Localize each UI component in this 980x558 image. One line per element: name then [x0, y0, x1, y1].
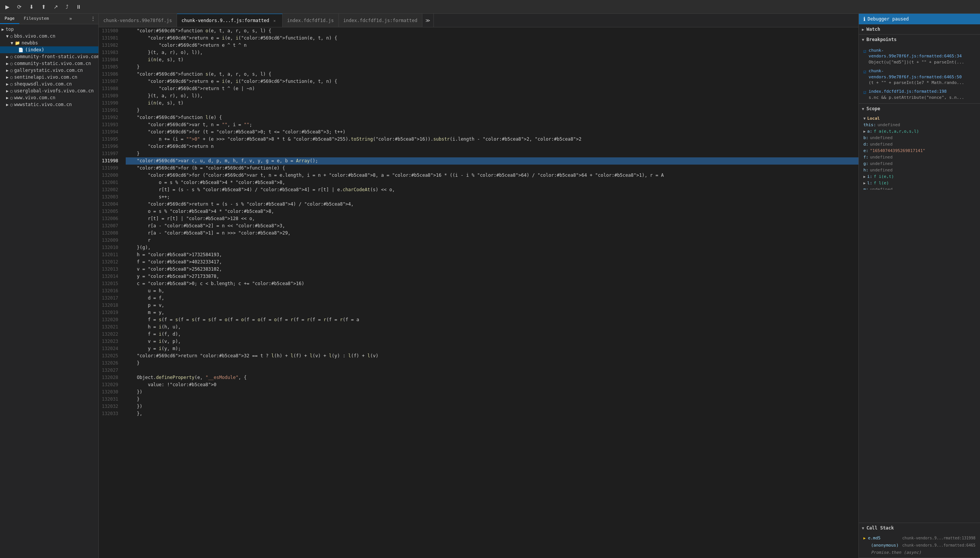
step-over-button[interactable]: ⟳: [15, 2, 24, 11]
bp-filename-3: index.fdcfdf1d.js:formatted:198: [869, 89, 964, 94]
callstack-label: Call Stack: [866, 525, 894, 531]
scope-l-chevron: ▶: [863, 181, 865, 185]
scope-g: g: undefined: [862, 161, 977, 167]
breakpoint-item-1[interactable]: ☑ chunk-vendors.99e78f6f.js:formatted:64…: [862, 46, 977, 67]
breakpoint-item-3[interactable]: ☑ index.fdcfdf1d.js:formatted:198 s.nc &…: [862, 87, 977, 102]
debugger-status: ℹ Debugger paused: [859, 14, 980, 24]
callstack-content: ▶ e.md5 chunk-vendors.9...rmatted:131998…: [859, 533, 980, 558]
callstack-header[interactable]: ▼ Call Stack: [859, 523, 980, 533]
bp-detail-1: Object(u["md5"])(t + "" + parseInt(...: [869, 59, 975, 65]
domain-icon-sa: ◯: [10, 75, 13, 80]
active-frame-arrow: ▶: [863, 536, 865, 540]
scope-m: m: undefined: [862, 186, 977, 190]
code-lines: "color:#569cd6">function o(e, t, a, r, o…: [123, 27, 859, 417]
domain-icon-ug: ◯: [10, 89, 13, 94]
breakpoints-section: ▼ Breakpoints ☑ chunk-vendors.99e78f6f.j…: [859, 34, 980, 104]
tree-item-community-front[interactable]: ▶ ◯ community-front-static.vivo.com...: [0, 53, 98, 60]
folder-icon-newbbs: 📁: [15, 41, 20, 46]
scope-key-d: d:: [863, 142, 868, 147]
watch-header[interactable]: ▶ Watch: [859, 24, 980, 34]
tab-chunk-vendors[interactable]: chunk-vendors.99e78f6f.js: [99, 14, 177, 27]
scope-val-f: undefined: [870, 155, 893, 160]
chevron-right-icon-gs: ▶: [6, 68, 9, 73]
scope-key-b: b:: [863, 135, 868, 140]
scope-chevron: ▼: [862, 107, 864, 111]
scope-val-l: f l(e): [874, 181, 889, 185]
tree-item-index[interactable]: 📄 (index): [0, 46, 98, 53]
bp-checkbox-2[interactable]: ☑: [863, 69, 866, 75]
tree-label-sa: sentinelapi.vivo.com.cn: [14, 74, 77, 80]
tree-item-community-static[interactable]: ▶ ◯ community-static.vivo.com.cn: [0, 60, 98, 67]
scope-val-this: undefined: [877, 122, 900, 127]
tree-item-userglobal[interactable]: ▶ ◯ userglobal-vivofs.vivo.com.cn: [0, 87, 98, 94]
scope-i[interactable]: ▶ i: f i(e,t): [862, 173, 977, 180]
callstack-section: ▼ Call Stack ▶ e.md5 chunk-vendors.9...r…: [859, 523, 980, 558]
scope-val-h: undefined: [870, 167, 893, 172]
tree-label-cf: community-front-static.vivo.com...: [14, 54, 98, 59]
line-numbers: 1319801319811319821319831319841319851319…: [99, 27, 123, 417]
step-out-button[interactable]: ⬆: [39, 2, 48, 11]
tree-label-bbs: bbs.vivo.com.cn: [14, 33, 55, 39]
tree-item-bbs[interactable]: ▼ ◯ bbs.vivo.com.cn: [0, 33, 98, 39]
deactivate-button[interactable]: ⤴: [64, 2, 70, 11]
scope-label: Scope: [866, 106, 880, 112]
tree-item-www[interactable]: ▶ ◯ www.vivo.com.cn: [0, 94, 98, 101]
tab-label-chunk-vendors-formatted: chunk-vendors.9...f.js:formatted: [182, 18, 269, 23]
code-editor[interactable]: 1319801319811319821319831319841319851319…: [99, 27, 859, 558]
bp-checkbox-1[interactable]: ☑: [863, 48, 866, 55]
file-icon-index: 📄: [18, 48, 23, 53]
sidebar-tabs-more[interactable]: »: [66, 14, 75, 24]
tree-item-sentinelapi[interactable]: ▶ ◯ sentinelapi.vivo.com.cn: [0, 74, 98, 80]
scope-key-e: e:: [863, 148, 868, 153]
tab-close-formatted[interactable]: ✕: [272, 18, 278, 23]
scope-val-a: f a(e,t,a,r,o,s,l): [874, 129, 919, 134]
step-button[interactable]: ↗: [51, 2, 61, 11]
tree-label-cs: community-static.vivo.com.cn: [14, 61, 91, 66]
tab-index-fdcfdf-formatted[interactable]: index.fdcfdf1d.js:formatted: [339, 14, 422, 27]
chevron-right-icon-cf: ▶: [6, 54, 9, 59]
tab-chunk-vendors-formatted[interactable]: chunk-vendors.9...f.js:formatted ✕: [177, 14, 283, 27]
tree-label-ws: wwwstatic.vivo.com.cn: [14, 102, 72, 107]
step-into-button[interactable]: ⬇: [27, 2, 36, 11]
chevron-right-icon-www: ▶: [6, 95, 9, 100]
scope-section: ▼ Scope ▼ Local this: undefined ▶ a: f a…: [859, 104, 980, 523]
scope-local-label: Local: [867, 116, 880, 121]
tab-page[interactable]: Page: [0, 14, 20, 24]
tab-label-chunk-vendors: chunk-vendors.99e78f6f.js: [103, 18, 172, 23]
domain-icon-sq: ◯: [10, 82, 13, 87]
scope-content[interactable]: ▼ Local this: undefined ▶ a: f a(e,t,a,r…: [859, 114, 980, 190]
callstack-item-emd5[interactable]: ▶ e.md5 chunk-vendors.9...rmatted:131998: [862, 535, 977, 542]
scope-e: e: "16540744395269817141": [862, 148, 977, 154]
tree-item-shequwsdl[interactable]: ▶ ◯ shequwsdl.vivo.com.cn: [0, 80, 98, 87]
breakpoints-header[interactable]: ▼ Breakpoints: [859, 34, 980, 44]
tabs-overflow-button[interactable]: ≫: [422, 14, 434, 27]
scope-val-i: f i(e,t): [874, 174, 894, 179]
pause-button[interactable]: ⏸: [74, 2, 83, 11]
scope-a[interactable]: ▶ a: f a(e,t,a,r,o,s,l): [862, 128, 977, 135]
sidebar-more-menu[interactable]: ⋮: [88, 14, 98, 24]
watch-section: ▶ Watch: [859, 24, 980, 34]
callstack-item-anonymous[interactable]: (anonymous) chunk-vendors.9...formatted:…: [862, 542, 977, 549]
bp-filename-2: chunk-vendors.99e78f6f.js:formatted:6465…: [869, 68, 975, 80]
scope-local-header[interactable]: ▼ Local: [862, 115, 977, 121]
scope-header[interactable]: ▼ Scope: [859, 104, 980, 114]
tree-item-gallerystatic[interactable]: ▶ ◯ gallerystatic.vivo.com.cn: [0, 67, 98, 74]
resume-button[interactable]: ▶: [3, 2, 12, 11]
tab-index-fdcfdf[interactable]: index.fdcfdf1d.js: [283, 14, 339, 27]
debugger-status-text: Debugger paused: [867, 16, 909, 22]
breakpoint-item-2[interactable]: ☑ chunk-vendors.99e78f6f.js:formatted:64…: [862, 67, 977, 87]
bp-filename-1: chunk-vendors.99e78f6f.js:formatted:6465…: [869, 48, 975, 59]
tree-item-wwwstatic[interactable]: ▶ ◯ wwwstatic.vivo.com.cn: [0, 101, 98, 108]
scope-d: d: undefined: [862, 141, 977, 148]
scope-key-f: f:: [863, 155, 868, 160]
scope-l[interactable]: ▶ l: f l(e): [862, 180, 977, 186]
tree-label-sq: shequwsdl.vivo.com.cn: [14, 81, 72, 87]
bp-text-1: chunk-vendors.99e78f6f.js:formatted:6465…: [869, 48, 975, 65]
cs-name-emd5: e.md5: [868, 535, 880, 540]
tree-item-top[interactable]: ▶ top: [0, 26, 98, 33]
bp-checkbox-3[interactable]: ☑: [863, 89, 866, 96]
tree-item-newbbs[interactable]: ▼ 📁 newbbs: [0, 39, 98, 46]
tab-filesystem[interactable]: Filesystem: [20, 14, 54, 24]
code-area: chunk-vendors.99e78f6f.js chunk-vendors.…: [99, 14, 859, 558]
chevron-right-icon-sq: ▶: [6, 82, 9, 87]
